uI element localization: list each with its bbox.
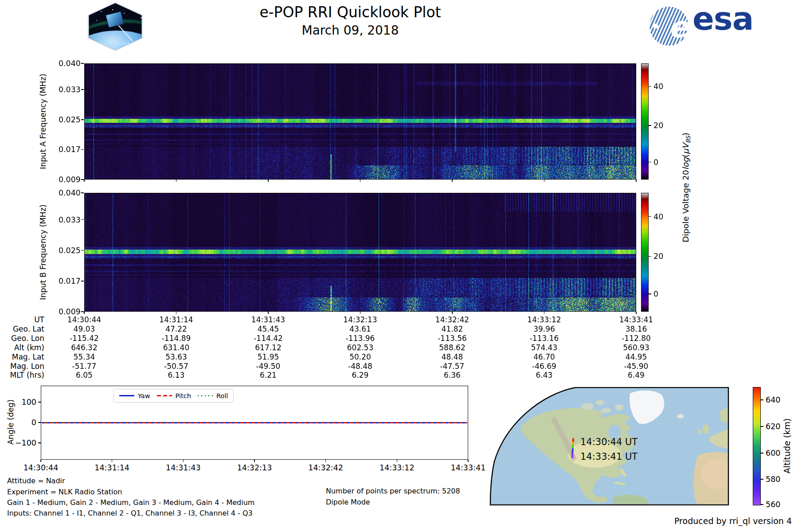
ephemeris-cell: 6.05 <box>51 371 117 380</box>
time-tick <box>452 312 453 314</box>
altitude-tick <box>761 426 763 427</box>
voltage-tick-label: 20 <box>653 121 663 130</box>
angle-x-tick-label: 14:30:44 <box>16 463 65 472</box>
track-start-label: 14:30:44 UT <box>580 437 638 447</box>
input-a-ylabel: Input A Frequency (MHz) <box>39 74 47 169</box>
voltage-tick-label: 0 <box>653 289 658 298</box>
legend-entry-yaw: Yaw <box>119 392 150 399</box>
angle-x-tick-label: 14:33:41 <box>444 463 493 472</box>
ephemeris-cell: -114.42 <box>235 334 301 343</box>
angle-x-tick <box>112 460 113 462</box>
time-tick <box>268 312 269 314</box>
angle-y-tick <box>38 422 41 423</box>
freq-tick <box>81 250 84 251</box>
freq-tick <box>81 219 84 220</box>
ephemeris-cell: -51.77 <box>51 362 117 371</box>
ephemeris-cell: 6.21 <box>235 371 301 380</box>
ephemeris-cell: -113.96 <box>327 334 394 343</box>
ephemeris-cell: 47.22 <box>143 325 210 334</box>
altitude-tick <box>761 399 763 400</box>
ephemeris-cell: 43.61 <box>327 325 394 334</box>
cassiope-patch-label: CASSIOPE <box>84 41 147 47</box>
angle-x-tick <box>397 460 398 462</box>
map-layers: 14:30:44 UT 14:33:41 UT <box>489 387 729 505</box>
ephemeris-cell: 14:32:13 <box>327 315 394 325</box>
angle-y-tick-label: 0 <box>9 418 36 427</box>
cassiope-mission-patch: CASSIOPE <box>82 2 149 51</box>
ephemeris-cell: 14:33:41 <box>603 315 669 325</box>
time-tick <box>452 180 453 182</box>
inputs-text: Inputs: Channel 1 - I1, Channel 2 - Q1, … <box>7 509 253 517</box>
ephemeris-column: 14:31:4345.45-114.42617.1251.95-49.506.2… <box>235 315 301 380</box>
ephemeris-cell: 48.48 <box>419 352 485 362</box>
ireland <box>698 429 701 434</box>
ephemeris-column: 14:33:1239.96-113.16574.4346.70-46.696.4… <box>511 315 578 380</box>
freq-tick-label: 0.009 <box>54 175 81 184</box>
ephemeris-cell: 6.29 <box>327 371 394 380</box>
freq-tick <box>81 89 84 90</box>
freq-tick <box>81 179 84 180</box>
ephemeris-row-labels: UTGeo. LatGeo. LonAlt (km)Mag. LatMag. L… <box>0 315 44 380</box>
ephemeris-cell: -50.57 <box>143 362 210 371</box>
britain <box>703 424 709 434</box>
ephemeris-cell: 6.13 <box>143 371 210 380</box>
ephemeris-cell: 14:32:42 <box>419 315 485 325</box>
time-tick <box>84 312 85 314</box>
page-title: e-POP RRI Quicklook Plot <box>177 4 523 21</box>
points-per-spectrum-text: Number of points per spectrum: 5208 <box>326 487 460 495</box>
ephemeris-cell: 602.53 <box>327 343 394 352</box>
ground-track-map: 14:30:44 UT 14:33:41 UT <box>489 387 729 505</box>
ephemeris-column: 14:31:1447.22-114.89631.4053.63-50.576.1… <box>143 315 210 380</box>
freq-tick-label: 0.025 <box>54 115 81 124</box>
arctic-island-1 <box>581 403 594 410</box>
ephemeris-cell: -114.89 <box>143 334 210 343</box>
ephemeris-cell: 574.43 <box>511 343 578 352</box>
roll-line-sample <box>198 395 213 396</box>
time-tick <box>636 312 637 314</box>
legend-entry-pitch: Pitch <box>157 392 191 399</box>
ephemeris-cell: 14:33:12 <box>511 315 578 325</box>
track-end-label: 14:33:41 UT <box>580 451 638 462</box>
angle-x-tick <box>183 460 184 462</box>
ephemeris-cell: -112.80 <box>603 334 669 343</box>
ephemeris-cell: 45.45 <box>235 325 301 334</box>
legend-label: Yaw <box>138 392 150 399</box>
quicklook-plot-page: e-POP RRI Quicklook Plot March 09, 2018 … <box>0 0 798 532</box>
time-tick <box>84 180 85 182</box>
ephemeris-cell: 14:31:14 <box>143 315 210 325</box>
ephemeris-cell: 14:31:43 <box>235 315 301 325</box>
dipole-mode-text: Dipole Mode <box>326 498 370 506</box>
altitude-tick <box>761 453 763 454</box>
voltage-tick <box>649 86 651 87</box>
freq-tick-label: 0.040 <box>54 188 81 197</box>
ephemeris-cell: 6.49 <box>603 371 669 380</box>
time-tick <box>268 180 269 182</box>
ephemeris-cell: 44.95 <box>603 352 669 362</box>
ephemeris-cell: 14:30:44 <box>51 315 117 325</box>
ephemeris-cell: 6.36 <box>419 371 485 380</box>
ephemeris-cell: 50.20 <box>327 352 394 362</box>
satellite-track <box>572 439 573 458</box>
freq-tick <box>81 149 84 150</box>
altitude-tick-label: 580 <box>766 475 780 484</box>
angle-x-tick <box>325 460 326 462</box>
voltage-tick <box>649 256 651 257</box>
credit-text: Produced by rri_ql version 4 <box>674 516 792 526</box>
ephemeris-cell: 588.62 <box>419 343 485 352</box>
roll-dotted-line <box>42 422 467 423</box>
legend-label: Pitch <box>176 392 191 399</box>
angle-x-tick-label: 14:31:14 <box>88 463 137 472</box>
arctic-island-3 <box>601 408 611 413</box>
svg-text:e: e <box>669 10 690 44</box>
freq-tick-label: 0.040 <box>54 59 81 68</box>
freq-tick-label: 0.009 <box>54 307 81 316</box>
ephemeris-cell: 560.93 <box>603 343 669 352</box>
ephemeris-cell: -49.50 <box>235 362 301 371</box>
freq-tick <box>81 192 84 193</box>
esa-logo: e esa <box>648 5 741 47</box>
angle-y-tick-label: −100 <box>9 438 36 447</box>
time-tick <box>176 312 177 314</box>
angle-x-tick <box>254 460 255 462</box>
ephemeris-cell: -46.69 <box>511 362 578 371</box>
angle-y-tick <box>38 402 41 403</box>
